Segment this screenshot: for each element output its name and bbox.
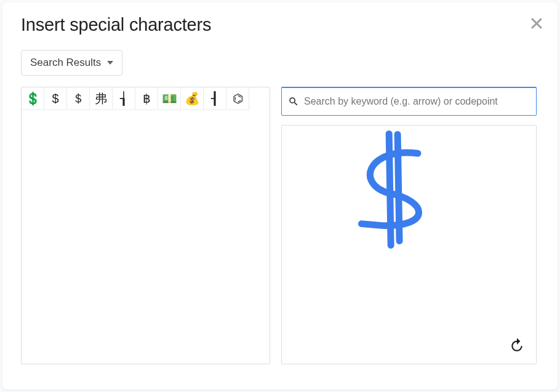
undo-icon [509,337,525,353]
insert-special-characters-dialog: Insert special characters Search Results… [2,2,558,390]
char-baht-sign[interactable]: ฿ [135,87,158,110]
user-drawing [282,126,536,364]
char-box-drawing[interactable]: ┧ [113,87,135,110]
char-dollar-sign[interactable]: $ [44,87,67,110]
char-money-bag[interactable]: 💰 [181,87,204,110]
right-column [281,87,537,364]
char-cjk-dollar[interactable]: 弗 [90,87,113,110]
search-box[interactable] [281,87,537,116]
results-panel: 💲 $ ＄ 弗 ┧ ฿ 💵 💰 ┨ ⌬ [21,87,270,364]
char-heavy-dollar-sign[interactable]: 💲 [22,87,44,110]
char-box-drawing-2[interactable]: ┨ [204,87,226,110]
dialog-title: Insert special characters [21,15,539,35]
search-icon [288,96,299,107]
category-dropdown[interactable]: Search Results [21,50,122,76]
category-selected-label: Search Results [30,57,101,69]
char-benzene-ring[interactable]: ⌬ [226,87,249,110]
undo-button[interactable] [506,334,527,355]
search-input[interactable] [304,96,530,107]
char-fullwidth-dollar-sign[interactable]: ＄ [67,87,90,110]
content-panels: 💲 $ ＄ 弗 ┧ ฿ 💵 💰 ┨ ⌬ [21,87,539,364]
close-icon [531,18,542,29]
chevron-down-icon [107,61,113,65]
drawing-canvas[interactable] [281,125,537,364]
char-dollar-banknote[interactable]: 💵 [158,87,181,110]
character-grid: 💲 $ ＄ 弗 ┧ ฿ 💵 💰 ┨ ⌬ [22,87,270,110]
close-button[interactable] [529,16,544,31]
